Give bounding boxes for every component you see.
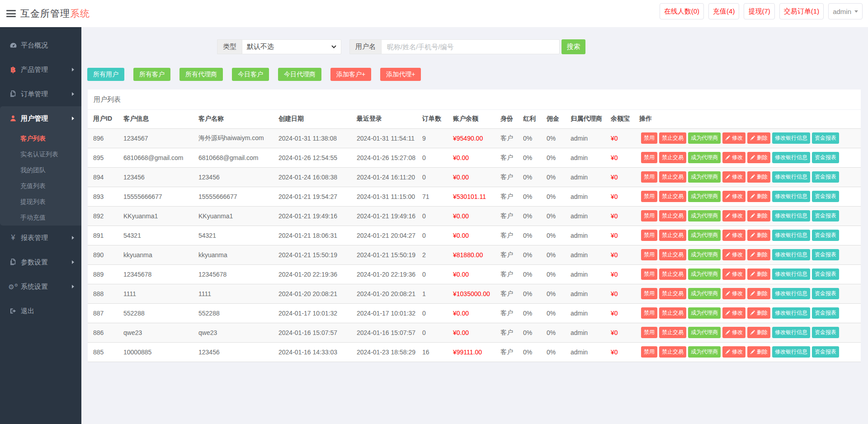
sidebar-subitem-my-team[interactable]: 我的团队 [0,162,81,178]
disable-button[interactable]: 禁用 [641,171,657,183]
all-users-button[interactable]: 所有用户 [87,68,124,81]
disable-button[interactable]: 禁用 [641,152,657,163]
forbid-trade-button[interactable]: 禁止交易 [659,171,686,183]
fund-report-button[interactable]: 资金报表 [812,230,839,241]
forbid-trade-button[interactable]: 禁止交易 [659,210,686,221]
edit-bank-info-button[interactable]: 修改银行信息 [772,230,810,241]
disable-button[interactable]: 禁用 [641,346,657,358]
make-agent-button[interactable]: 成为代理商 [688,210,721,221]
edit-button[interactable]: 修改 [722,269,745,280]
make-agent-button[interactable]: 成为代理商 [688,171,721,183]
fund-report-button[interactable]: 资金报表 [812,307,839,319]
disable-button[interactable]: 禁用 [641,210,657,221]
sidebar-item-product-management[interactable]: ฿产品管理 [0,57,81,82]
fund-report-button[interactable]: 资金报表 [812,269,839,280]
fund-report-button[interactable]: 资金报表 [812,346,839,358]
edit-bank-info-button[interactable]: 修改银行信息 [772,327,810,338]
edit-button[interactable]: 修改 [722,132,745,144]
menu-toggle-icon[interactable] [6,10,16,17]
delete-button[interactable]: 删除 [747,171,770,183]
today-customers-button[interactable]: 今日客户 [232,68,269,81]
edit-button[interactable]: 修改 [722,346,745,358]
edit-bank-info-button[interactable]: 修改银行信息 [772,269,810,280]
delete-button[interactable]: 删除 [747,249,770,260]
add-agent-button[interactable]: 添加代理+ [380,68,421,81]
delete-button[interactable]: 删除 [747,230,770,241]
delete-button[interactable]: 删除 [747,346,770,358]
fund-report-button[interactable]: 资金报表 [812,152,839,163]
disable-button[interactable]: 禁用 [641,249,657,260]
all-agents-button[interactable]: 所有代理商 [179,68,223,81]
sidebar-item-report-management[interactable]: ¥报表管理 [0,226,81,250]
sidebar-item-parameter-settings[interactable]: 参数设置 [0,250,81,274]
today-agents-button[interactable]: 今日代理商 [278,68,321,81]
edit-bank-info-button[interactable]: 修改银行信息 [772,152,810,163]
delete-button[interactable]: 删除 [747,191,770,202]
fund-report-button[interactable]: 资金报表 [812,288,839,299]
edit-button[interactable]: 修改 [722,327,745,338]
forbid-trade-button[interactable]: 禁止交易 [659,230,686,241]
fund-report-button[interactable]: 资金报表 [812,191,839,202]
make-agent-button[interactable]: 成为代理商 [688,249,721,260]
make-agent-button[interactable]: 成为代理商 [688,346,721,358]
fund-report-button[interactable]: 资金报表 [812,327,839,338]
make-agent-button[interactable]: 成为代理商 [688,269,721,280]
make-agent-button[interactable]: 成为代理商 [688,191,721,202]
edit-bank-info-button[interactable]: 修改银行信息 [772,346,810,358]
edit-button[interactable]: 修改 [722,210,745,221]
forbid-trade-button[interactable]: 禁止交易 [659,249,686,260]
delete-button[interactable]: 删除 [747,269,770,280]
sidebar-subitem-recharge-list[interactable]: 充值列表 [0,178,81,194]
sidebar-item-order-management[interactable]: 订单管理 [0,82,81,106]
admin-user-menu[interactable]: admin [828,3,863,19]
edit-button[interactable]: 修改 [722,171,745,183]
edit-bank-info-button[interactable]: 修改银行信息 [772,307,810,319]
forbid-trade-button[interactable]: 禁止交易 [659,132,686,144]
sidebar-item-user-management[interactable]: 用户管理 [0,106,81,131]
disable-button[interactable]: 禁用 [641,327,657,338]
fund-report-button[interactable]: 资金报表 [812,132,839,144]
edit-bank-info-button[interactable]: 修改银行信息 [772,191,810,202]
fund-report-button[interactable]: 资金报表 [812,249,839,260]
edit-bank-info-button[interactable]: 修改银行信息 [772,249,810,260]
disable-button[interactable]: 禁用 [641,307,657,319]
edit-button[interactable]: 修改 [722,288,745,299]
edit-button[interactable]: 修改 [722,152,745,163]
edit-button[interactable]: 修改 [722,307,745,319]
delete-button[interactable]: 删除 [747,288,770,299]
forbid-trade-button[interactable]: 禁止交易 [659,346,686,358]
disable-button[interactable]: 禁用 [641,269,657,280]
sidebar-subitem-withdraw-list[interactable]: 提现列表 [0,194,81,210]
fund-report-button[interactable]: 资金报表 [812,210,839,221]
edit-bank-info-button[interactable]: 修改银行信息 [772,210,810,221]
forbid-trade-button[interactable]: 禁止交易 [659,152,686,163]
forbid-trade-button[interactable]: 禁止交易 [659,191,686,202]
disable-button[interactable]: 禁用 [641,191,657,202]
delete-button[interactable]: 删除 [747,327,770,338]
edit-bank-info-button[interactable]: 修改银行信息 [772,288,810,299]
edit-button[interactable]: 修改 [722,191,745,202]
username-input[interactable] [381,39,560,54]
delete-button[interactable]: 删除 [747,210,770,221]
forbid-trade-button[interactable]: 禁止交易 [659,307,686,319]
trade-orders-button[interactable]: 交易订单(1) [779,3,824,19]
type-filter-select[interactable]: 默认不选 [242,39,341,54]
forbid-trade-button[interactable]: 禁止交易 [659,288,686,299]
disable-button[interactable]: 禁用 [641,230,657,241]
forbid-trade-button[interactable]: 禁止交易 [659,327,686,338]
recharge-button[interactable]: 充值(4) [708,3,739,19]
sidebar-subitem-manual-recharge[interactable]: 手动充值 [0,210,81,226]
delete-button[interactable]: 删除 [747,307,770,319]
all-customers-button[interactable]: 所有客户 [133,68,170,81]
forbid-trade-button[interactable]: 禁止交易 [659,269,686,280]
sidebar-item-system-settings[interactable]: ⚙⚙系统设置 [0,274,81,299]
search-button[interactable]: 搜索 [561,39,585,54]
edit-button[interactable]: 修改 [722,249,745,260]
edit-bank-info-button[interactable]: 修改银行信息 [772,132,810,144]
make-agent-button[interactable]: 成为代理商 [688,307,721,319]
delete-button[interactable]: 删除 [747,152,770,163]
delete-button[interactable]: 删除 [747,132,770,144]
add-customer-button[interactable]: 添加客户+ [330,68,371,81]
disable-button[interactable]: 禁用 [641,288,657,299]
make-agent-button[interactable]: 成为代理商 [688,288,721,299]
